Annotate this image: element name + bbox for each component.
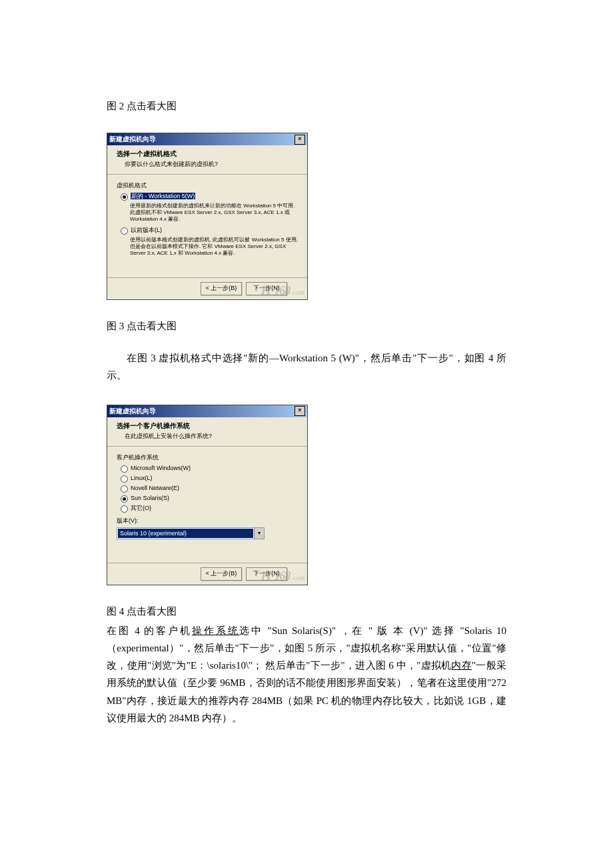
radio-icon	[121, 465, 128, 473]
os-windows-label: Microsoft Windows(W)	[131, 465, 191, 473]
radio-icon	[121, 485, 128, 493]
watermark-suffix: .com	[291, 574, 305, 581]
dialog-b-body: 客户机操作系统 Microsoft Windows(W) Linux(L) No…	[107, 447, 307, 563]
next-button[interactable]: 下一步(N)	[246, 567, 287, 581]
chevron-down-icon[interactable]: ▾	[254, 528, 264, 539]
radio-icon	[121, 193, 128, 201]
os-netware-label: Novell Netware(E)	[131, 485, 179, 493]
os-other-label: 其它(O)	[131, 505, 151, 513]
version-value: Solaris 10 (experimental)	[118, 529, 253, 538]
para-after-fig4: 在图 4 的客户机操作系统选中 "Sun Solaris(S)" ，在 " 版 …	[107, 622, 506, 727]
p4-underline-mem: 内存	[451, 660, 472, 671]
radio-solaris[interactable]: Sun Solaris(S)	[121, 495, 299, 503]
dialog-a-group-label: 虚拟机格式	[117, 181, 299, 190]
figure-3-caption: 图 3 点击看大图	[107, 320, 506, 333]
radio-other[interactable]: 其它(O)	[121, 505, 299, 513]
figure-2-caption: 图 2 点击看大图	[107, 100, 506, 113]
dialog-a-footer: < 上一步(B) 下一步(N) IT 168.com	[107, 277, 307, 299]
radio-legacy[interactable]: 以前版本(L)	[121, 227, 299, 235]
opt1-desc: 使用最新的格式创建新的虚拟机来让新的功能在 Workstation 5 中可用.…	[130, 203, 299, 223]
radio-windows[interactable]: Microsoft Windows(W)	[121, 465, 299, 473]
figure-4-caption: 图 4 点击看大图	[107, 605, 506, 618]
dialog-a-head-sub: 你要以什么格式来创建新的虚拟机?	[125, 160, 301, 169]
p4-underline-os: 操作系统	[192, 625, 239, 636]
dialog-b-head-title: 选择一个客户机操作系统	[117, 421, 301, 431]
dialog-a: 新建虚拟机向导 × 选择一个虚拟机格式 你要以什么格式来创建新的虚拟机? 虚拟机…	[107, 133, 308, 300]
close-icon[interactable]: ×	[295, 406, 305, 416]
radio-icon	[121, 475, 128, 483]
os-solaris-label: Sun Solaris(S)	[131, 495, 169, 503]
radio-linux[interactable]: Linux(L)	[121, 475, 299, 483]
radio-netware[interactable]: Novell Netware(E)	[121, 485, 299, 493]
radio-icon	[121, 227, 128, 235]
dialog-b-titlebar: 新建虚拟机向导 ×	[107, 405, 307, 417]
opt2-desc: 使用以前版本格式创建新的虚拟机. 此虚拟机可以被 Workstation 5 使…	[130, 237, 299, 257]
radio-icon	[121, 495, 128, 503]
dialog-b-wrap: 新建虚拟机向导 × 选择一个客户机操作系统 在此虚拟机上安装什么操作系统? 客户…	[107, 405, 506, 585]
dialog-b-footer: < 上一步(B) 下一步(N) IT 168.com	[107, 563, 307, 585]
prev-button[interactable]: < 上一步(B)	[201, 282, 242, 295]
dialog-a-header: 选择一个虚拟机格式 你要以什么格式来创建新的虚拟机?	[107, 145, 307, 175]
dialog-b-group-label: 客户机操作系统	[117, 453, 299, 462]
dialog-a-titlebar: 新建虚拟机向导 ×	[107, 133, 307, 145]
opt2-label: 以前版本(L)	[131, 227, 162, 235]
close-icon[interactable]: ×	[295, 135, 305, 145]
dialog-b-head-sub: 在此虚拟机上安装什么操作系统?	[125, 432, 301, 441]
dialog-a-options: 新的 - Workstation 5(W) 使用最新的格式创建新的虚拟机来让新的…	[117, 193, 299, 257]
dialog-b-options: Microsoft Windows(W) Linux(L) Novell Net…	[117, 465, 299, 513]
os-linux-label: Linux(L)	[131, 475, 153, 483]
opt1-label: 新的 - Workstation 5(W)	[131, 193, 195, 199]
version-label: 版本(V):	[117, 517, 299, 525]
prev-button[interactable]: < 上一步(B)	[201, 567, 242, 581]
dialog-a-body: 虚拟机格式 新的 - Workstation 5(W) 使用最新的格式创建新的虚…	[107, 175, 307, 277]
dialog-a-title: 新建虚拟机向导	[109, 135, 156, 144]
para-after-fig3: 在图 3 虚拟机格式中选择"新的—Workstation 5 (W)"，然后单击…	[107, 349, 506, 385]
radio-new-workstation5[interactable]: 新的 - Workstation 5(W)	[121, 193, 299, 201]
dialog-b-header: 选择一个客户机操作系统 在此虚拟机上安装什么操作系统?	[107, 417, 307, 447]
next-button[interactable]: 下一步(N)	[246, 282, 287, 295]
p4-part-a: 在图 4 的客户机	[107, 625, 192, 636]
dialog-a-head-title: 选择一个虚拟机格式	[117, 149, 301, 159]
watermark-suffix: .com	[291, 289, 305, 296]
dialog-b-title: 新建虚拟机向导	[109, 407, 156, 416]
dialog-a-wrap: 新建虚拟机向导 × 选择一个虚拟机格式 你要以什么格式来创建新的虚拟机? 虚拟机…	[107, 133, 506, 300]
version-combobox[interactable]: Solaris 10 (experimental) ▾	[117, 527, 265, 539]
dialog-b: 新建虚拟机向导 × 选择一个客户机操作系统 在此虚拟机上安装什么操作系统? 客户…	[107, 405, 308, 585]
radio-icon	[121, 505, 128, 513]
